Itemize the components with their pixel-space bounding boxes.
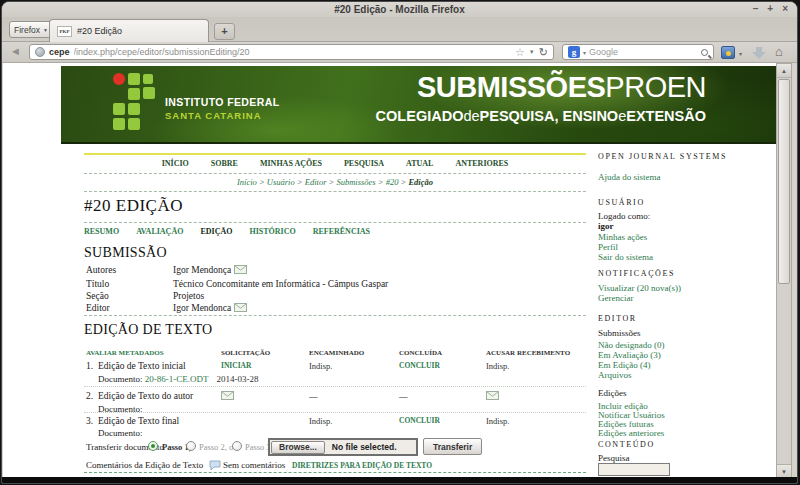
tab-avaliacao[interactable]: AVALIAÇÃO — [136, 227, 183, 236]
radio-passo-2[interactable] — [186, 441, 196, 451]
sidebar-link-sair[interactable]: Sair do sistema — [598, 252, 773, 262]
maximize-icon[interactable]: + — [767, 2, 773, 17]
downloads-icon[interactable] — [752, 46, 766, 59]
firefox-menu-button[interactable]: Firefox ▼ — [9, 21, 53, 38]
window-title: #20 Edição - Mozilla Firefox — [334, 4, 465, 15]
sidebar-link-em-avaliacao[interactable]: Em Avaliação (3) — [598, 350, 773, 360]
url-dropdown-icon[interactable]: ▼ — [529, 49, 535, 55]
divider — [84, 173, 586, 174]
doc-file-link[interactable]: 20-86-1-CE.ODT — [145, 374, 209, 384]
tab-resumo[interactable]: RESUMO — [84, 227, 119, 236]
submission-tabs: RESUMO AVALIAÇÃO EDIÇÃO HISTÓRICO REFERÊ… — [84, 227, 586, 236]
complete-link[interactable]: CONCLUIR — [399, 416, 440, 425]
field-label: Autores — [86, 265, 116, 275]
cell-text: Indisp. — [486, 361, 509, 371]
sidebar-link-em-edicao[interactable]: Em Edição (4) — [598, 360, 773, 370]
sidebar-link-perfil[interactable]: Perfil — [598, 242, 773, 252]
nav-item-pesquisa[interactable]: PESQUISA — [344, 159, 384, 168]
nav-item-inicio[interactable]: INÍCIO — [162, 159, 189, 168]
breadcrumb-separator: > — [329, 177, 335, 187]
cell-text: Indisp. — [309, 361, 332, 371]
comment-bubble-icon[interactable] — [209, 460, 221, 471]
guidelines-link[interactable]: DIRETRIZES PARA EDIÇÃO DE TEXTO — [292, 461, 432, 470]
scrollbar-thumb[interactable] — [778, 79, 790, 284]
doc-label: Documento: — [98, 428, 143, 438]
editor-heading: EDITOR — [598, 314, 773, 323]
complete-link[interactable]: CONCLUIR — [399, 361, 440, 370]
divider — [84, 315, 586, 316]
row-title: Edição de Texto inicial — [98, 361, 186, 371]
tab-current[interactable]: PKP #20 Edição — [49, 19, 209, 42]
col-solicitacao: SOLICITAÇÃO — [221, 349, 270, 357]
review-metadata-link[interactable]: AVALIAR METADADOS — [86, 349, 164, 357]
tab-edicao[interactable]: EDIÇÃO — [200, 227, 232, 236]
scroll-down-icon[interactable]: ▼ — [777, 464, 791, 478]
content-heading: CONTEÚDO — [598, 440, 773, 449]
breadcrumb-link[interactable]: Usuário — [267, 177, 295, 187]
google-engine-icon[interactable]: g — [568, 46, 580, 58]
nav-item-atual[interactable]: ATUAL — [406, 159, 433, 168]
submissions-group-title: Submissões — [598, 328, 773, 338]
nav-item-minhas-acoes[interactable]: MINHAS AÇÕES — [260, 159, 322, 168]
radio-passo-3[interactable] — [232, 441, 242, 451]
chevron-down-icon: ▼ — [43, 27, 48, 33]
engine-dropdown-icon[interactable]: ▾ — [583, 49, 586, 56]
window-titlebar[interactable]: #20 Edição - Mozilla Firefox – + × — [2, 2, 797, 17]
initiate-link[interactable]: INICIAR — [221, 361, 251, 370]
sidebar-link-arquivos[interactable]: Arquivos — [598, 370, 773, 380]
search-bar[interactable]: g ▾ — [562, 44, 714, 60]
bookmark-star-icon[interactable]: ☆ — [515, 46, 525, 59]
breadcrumb-link[interactable]: Início — [237, 177, 257, 187]
divider — [84, 222, 586, 223]
breadcrumb-link[interactable]: #20 — [386, 177, 399, 187]
divider — [84, 191, 586, 192]
back-icon[interactable]: ◄ — [10, 45, 21, 57]
field-value: Igor Mendonca — [173, 303, 247, 313]
mail-icon[interactable] — [221, 391, 234, 401]
breadcrumb-link[interactable]: Submissões — [336, 177, 375, 187]
new-tab-button[interactable]: + — [214, 23, 235, 40]
bookmarks-dropdown-icon[interactable]: ▾ — [739, 50, 742, 57]
scroll-up-icon[interactable]: ▲ — [777, 64, 791, 78]
close-icon[interactable]: × — [782, 2, 788, 17]
submission-heading: SUBMISSÃO — [84, 245, 586, 261]
breadcrumb-link[interactable]: Editor — [305, 177, 327, 187]
file-input[interactable]: Browse... No file selected. — [268, 438, 418, 456]
sidebar-link-nao-designado[interactable]: Não designado (0) — [598, 340, 773, 350]
minimize-icon[interactable]: – — [753, 2, 759, 17]
nav-item-anteriores[interactable]: ANTERIORES — [455, 159, 508, 168]
page-title: #20 EDIÇÃO — [84, 196, 586, 216]
url-path: /index.php/cepe/editor/submissionEditing… — [74, 47, 511, 57]
browse-button[interactable]: Browse... — [271, 441, 325, 454]
nav-item-sobre[interactable]: SOBRE — [211, 159, 238, 168]
transfer-button[interactable]: Transferir — [423, 438, 482, 455]
tab-referencias[interactable]: REFERÊNCIAS — [313, 227, 370, 236]
sidebar-link-minhas-acoes[interactable]: Minhas ações — [598, 232, 773, 242]
browser-window: #20 Edição - Mozilla Firefox – + × Firef… — [1, 1, 798, 484]
url-bar[interactable]: cepe /index.php/cepe/editor/submissionEd… — [29, 44, 554, 60]
mail-icon[interactable] — [486, 391, 499, 401]
field-label: Editor — [86, 303, 110, 313]
mail-icon[interactable] — [234, 265, 247, 274]
site-globe-icon — [35, 47, 45, 57]
page-scrollbar[interactable]: ▲ ▼ — [776, 63, 792, 479]
mail-icon[interactable] — [234, 303, 247, 312]
field-value: Projetos — [173, 291, 204, 301]
radio-passo-1[interactable] — [148, 441, 158, 451]
search-icon[interactable] — [701, 49, 708, 56]
search-input[interactable] — [589, 47, 698, 57]
radio-label-passo-3[interactable]: Passo 3 — [245, 442, 271, 452]
tab-historico[interactable]: HISTÓRICO — [249, 227, 295, 236]
home-icon[interactable]: ⌂ — [775, 44, 783, 59]
username: igor — [598, 221, 773, 231]
sidebar-help-link[interactable]: Ajuda do sistema — [598, 172, 773, 182]
field-row-editor: Editor Igor Mendonca — [84, 303, 586, 315]
sidebar-link-visualizar[interactable]: Visualizar (20 nova(s)) — [598, 283, 773, 293]
sidebar-search-input[interactable] — [598, 463, 670, 476]
sidebar-link-gerenciar[interactable]: Gerenciar — [598, 293, 773, 303]
sidebar-link-edicoes-anteriores[interactable]: Edições anteriores — [598, 428, 773, 438]
field-value: Técnico Concomitante em Informática - Câ… — [173, 279, 388, 289]
reload-icon[interactable]: ↻ — [539, 46, 548, 59]
bookmarks-panel-icon[interactable] — [721, 46, 735, 59]
breadcrumb-current: Edição — [408, 177, 433, 187]
